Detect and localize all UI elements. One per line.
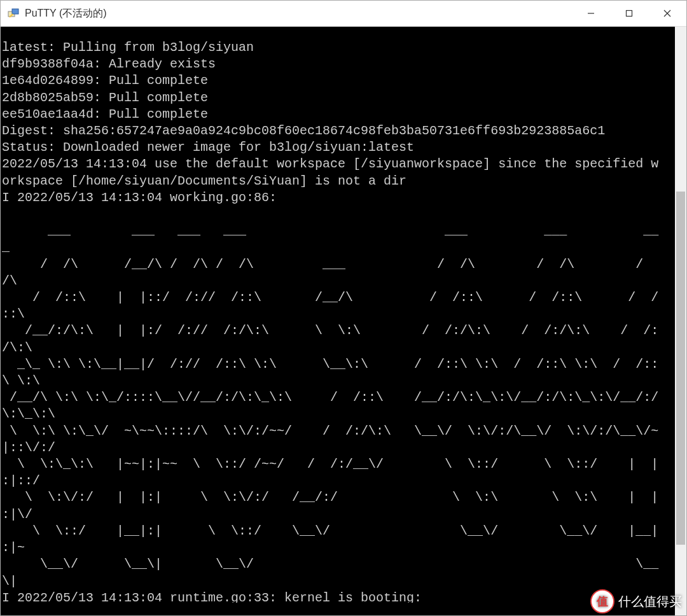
maximize-button[interactable] xyxy=(610,1,648,26)
putty-icon xyxy=(7,7,20,20)
scroll-thumb[interactable] xyxy=(676,192,685,545)
svg-rect-1 xyxy=(12,9,18,14)
close-button[interactable] xyxy=(648,1,686,26)
client-area: latest: Pulling from b3log/siyuan df9b93… xyxy=(1,27,686,615)
window-controls xyxy=(572,1,686,26)
vertical-scrollbar[interactable] xyxy=(675,27,686,615)
minimize-button[interactable] xyxy=(572,1,610,26)
terminal-output[interactable]: latest: Pulling from b3log/siyuan df9b93… xyxy=(1,39,675,603)
svg-rect-4 xyxy=(627,11,632,17)
putty-window: PuTTY (不活动的) latest: Pulling from b3log/… xyxy=(0,0,687,616)
window-title: PuTTY (不活动的) xyxy=(25,7,572,20)
titlebar[interactable]: PuTTY (不活动的) xyxy=(1,1,686,27)
